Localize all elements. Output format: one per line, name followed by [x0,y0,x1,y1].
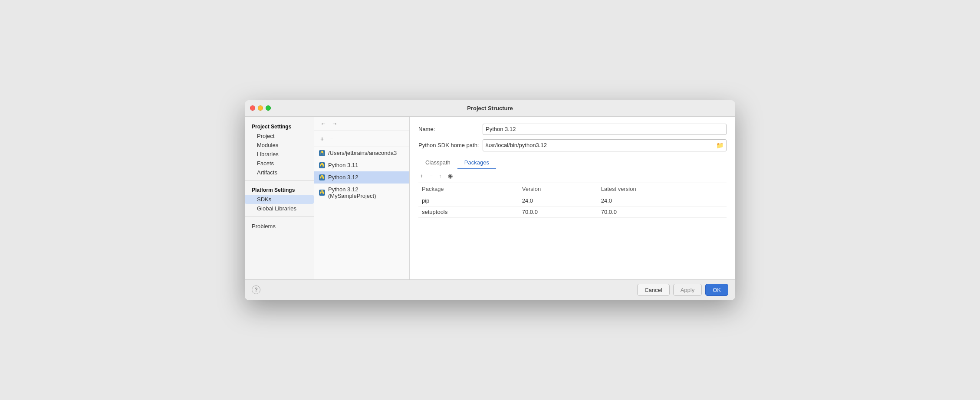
cancel-button[interactable]: Cancel [637,284,669,296]
show-package-button[interactable]: ◉ [446,172,454,180]
package-version: 24.0 [519,195,598,206]
tabs: Classpath Packages [418,157,727,169]
middle-toolbar: + − [314,131,409,147]
package-version: 70.0.0 [519,206,598,217]
python-icon [319,189,326,196]
sidebar-item-global-libraries[interactable]: Global Libraries [245,204,314,213]
sidebar-item-modules[interactable]: Modules [245,141,314,150]
sidebar-item-artifacts[interactable]: Artifacts [245,168,314,177]
sdk-item-python312-sample[interactable]: Python 3.12 (MySampleProject) [314,184,409,202]
packages-toolbar: + − ↑ ◉ [418,169,727,183]
sdk-item-python311[interactable]: Python 3.11 [314,159,409,171]
name-label: Name: [418,126,479,132]
sidebar-item-facets[interactable]: Facets [245,159,314,168]
table-row[interactable]: setuptools 70.0.0 70.0.0 [418,206,727,217]
remove-sdk-button[interactable]: − [328,134,335,143]
package-name: pip [418,195,519,206]
title-bar: Project Structure [245,100,735,117]
bottom-left: ? [252,285,260,294]
maximize-button[interactable] [266,105,271,111]
path-field-row: Python SDK home path: 📁 [418,139,727,151]
package-latest: 24.0 [598,195,727,206]
bottom-bar: ? Cancel Apply OK [245,279,735,300]
package-name: setuptools [418,206,519,217]
bottom-right: Cancel Apply OK [637,284,728,296]
python-icon [319,174,326,181]
sidebar-item-sdks[interactable]: SDKs [245,195,314,204]
right-panel: Name: Python SDK home path: 📁 Classpath … [410,117,735,279]
traffic-lights [250,105,271,111]
sdk-item-anaconda-label: /Users/jetbrains/anaconda3 [328,150,397,156]
name-input[interactable] [483,124,727,135]
project-structure-window: Project Structure Project Settings Proje… [245,100,735,300]
col-version: Version [519,183,598,195]
package-latest: 70.0.0 [598,206,727,217]
sidebar-item-project[interactable]: Project [245,131,314,141]
sdk-item-python312-sample-label: Python 3.12 (MySampleProject) [328,186,405,199]
packages-table: Package Version Latest version pip 24.0 … [418,183,727,218]
table-row[interactable]: pip 24.0 24.0 [418,195,727,206]
forward-button[interactable]: → [330,119,339,128]
name-field-row: Name: [418,124,727,135]
minimize-button[interactable] [258,105,263,111]
tab-classpath[interactable]: Classpath [418,157,457,169]
browse-folder-button[interactable]: 📁 [714,142,726,149]
remove-package-button[interactable]: − [428,172,435,180]
col-latest: Latest version [598,183,727,195]
add-sdk-button[interactable]: + [319,134,326,143]
path-input[interactable] [483,140,714,151]
sidebar-item-problems[interactable]: Problems [245,220,314,232]
middle-panel: ← → + − /Users/jetbrains/anaconda3 [314,117,410,279]
sidebar-divider-2 [245,216,314,217]
platform-settings-section: Platform Settings [245,184,314,195]
window-title: Project Structure [467,105,513,111]
sidebar: Project Settings Project Modules Librari… [245,117,314,279]
sidebar-divider [245,180,314,181]
upgrade-package-button[interactable]: ↑ [437,172,444,180]
tab-packages[interactable]: Packages [457,157,496,169]
add-package-button[interactable]: + [418,172,425,180]
sdk-item-python312-label: Python 3.12 [328,174,358,180]
project-settings-section: Project Settings [245,121,314,131]
sidebar-item-libraries[interactable]: Libraries [245,150,314,159]
nav-arrows: ← → [314,117,409,131]
ok-button[interactable]: OK [705,284,728,296]
main-content: Project Settings Project Modules Librari… [245,117,735,279]
apply-button[interactable]: Apply [673,284,702,296]
sdk-item-python311-label: Python 3.11 [328,162,358,168]
python-icon [319,150,326,157]
help-button[interactable]: ? [252,285,260,294]
sdk-list: /Users/jetbrains/anaconda3 Python 3.11 [314,147,409,279]
path-label: Python SDK home path: [418,142,479,148]
sdk-item-anaconda[interactable]: /Users/jetbrains/anaconda3 [314,147,409,159]
back-button[interactable]: ← [319,119,328,128]
col-package: Package [418,183,519,195]
python-icon [319,162,326,169]
path-input-wrap: 📁 [483,139,727,151]
close-button[interactable] [250,105,255,111]
sdk-item-python312[interactable]: Python 3.12 [314,171,409,184]
